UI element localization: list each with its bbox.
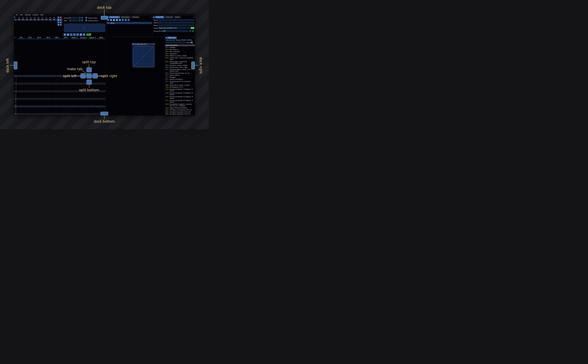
move-instrument-down-button[interactable]: ↓ <box>125 19 127 21</box>
effect-row[interactable]: 0CxxRetrigger <box>165 76 195 78</box>
tuning-decrement-button[interactable]: - <box>190 30 191 32</box>
effect-row[interactable]: 1BxxSet attack of operator 2 (0 to 1F) <box>165 113 195 115</box>
duplicate-order-end-button[interactable]: ⇓ <box>60 21 62 23</box>
menu-item-window[interactable]: window <box>32 14 39 16</box>
octave-decrement-button[interactable]: - <box>79 17 81 19</box>
oscilloscope-titlebar[interactable]: ▼ Oscilloscope (X-Y) × <box>132 43 155 45</box>
effect-row[interactable]: 00xyArpeggio <box>165 46 195 49</box>
oscilloscope-collapse-icon[interactable]: ▼ <box>132 44 134 45</box>
menu-item-file[interactable]: file <box>15 14 19 16</box>
tab-wavetables[interactable]: Wavetables <box>120 16 131 18</box>
order-pattern-value[interactable]: 00 <box>52 19 56 21</box>
order-pattern-value[interactable]: 00 <box>37 19 40 21</box>
pattern-row-17[interactable]: 17··· ·· ·· ······ ·· ·· ······ ·· ·· ··… <box>14 107 106 109</box>
pattern-cell[interactable]: ··· ·· ·· ··· <box>35 115 44 116</box>
order-pattern-value[interactable]: 00 <box>48 19 52 21</box>
orders-selected-row[interactable]: 0000000000000000000000 <box>14 19 62 21</box>
oscilloscope-close-icon[interactable]: × <box>153 43 155 45</box>
tab-song-info[interactable]: Song Info <box>155 16 164 18</box>
dock-bottom-target[interactable] <box>100 112 108 115</box>
step-increment-button[interactable]: + <box>81 20 83 22</box>
effectlist-tab-overflow-button[interactable]: ▼ <box>165 37 167 39</box>
split-right-target[interactable] <box>92 73 98 78</box>
play-from-cursor-button[interactable]: ▷ <box>70 33 73 36</box>
pattern-cell[interactable]: ··· ·· ·· ··· <box>88 115 97 116</box>
name-input[interactable] <box>158 19 194 21</box>
album-input[interactable] <box>158 24 194 26</box>
order-pattern-value[interactable]: 00 <box>40 19 44 21</box>
system-auto-button[interactable]: Auto <box>191 27 194 29</box>
octave-input[interactable]: 3 <box>69 17 79 19</box>
effect-row[interactable]: 12xxSet level of operator 1 (0 highest, … <box>165 88 195 92</box>
order-pattern-value[interactable]: 00 <box>29 19 33 21</box>
order-change-mode-button[interactable]: ⇄ <box>57 24 59 26</box>
pattern-row-3[interactable]: 3··· ·· ·· ······ ·· ·· ······ ·· ·· ···… <box>14 81 106 83</box>
order-edit-mode-button[interactable]: ↖ <box>60 24 62 26</box>
poly-button[interactable]: Poly <box>86 33 91 36</box>
effect-row[interactable]: 07xyTremolo (x: speed; y: depth) <box>165 64 195 66</box>
pattern-cell[interactable]: ··· ·· ·· ··· <box>70 115 79 116</box>
pattern-row-12[interactable]: 12··· ·· ·· ······ ·· ·· ······ ·· ·· ··… <box>14 98 106 100</box>
tab-speed[interactable]: Speed <box>174 16 181 18</box>
pattern-cell[interactable]: ··· ·· ·· ··· <box>79 115 88 116</box>
tab-samples[interactable]: Samples <box>131 16 140 18</box>
order-pattern-value[interactable]: 00 <box>17 19 21 21</box>
effect-row[interactable]: 0BxxJump to pattern <box>165 74 195 76</box>
effect-row[interactable]: 11xxSet feedback (0 to 7) <box>165 86 195 88</box>
effect-row[interactable]: 01xxPitch slide up <box>165 49 195 51</box>
metronome-button[interactable] <box>79 33 82 36</box>
split-bottom-target[interactable] <box>86 80 92 84</box>
tab-effect-list[interactable]: Effect List <box>167 37 177 39</box>
effectlist-close-icon[interactable]: × <box>193 37 195 39</box>
effect-row[interactable]: 02xxPitch slide down <box>165 51 195 53</box>
follow-orders-checkbox[interactable]: ✓ <box>85 17 87 19</box>
repeat-button[interactable]: ↻ <box>83 33 85 36</box>
pattern-row-18[interactable]: 18··· ·· ·· ······ ·· ·· ······ ·· ·· ··… <box>14 109 106 111</box>
oscilloscope-window[interactable]: ▼ Oscilloscope (X-Y) × <box>132 43 155 68</box>
effect-row[interactable]: 0DxxJump to next pattern <box>165 78 195 80</box>
menu-item-edit[interactable]: edit <box>19 14 24 16</box>
octave-increment-button[interactable]: + <box>81 17 83 19</box>
pattern-row-20[interactable]: 20··· ·· ·· ······ ·· ·· ······ ·· ·· ··… <box>14 113 106 115</box>
tuning-input[interactable]: 440 <box>162 30 189 32</box>
effect-row[interactable]: 1AxxSet attack of operator 1 (0 to 1F) <box>165 111 195 113</box>
effect-row[interactable]: 08xySet panning (x: left; y: right) <box>165 66 195 69</box>
play-pattern-button[interactable]: ◉ <box>67 33 69 36</box>
pattern-row-15[interactable]: 15··· ·· ·· ······ ·· ·· ······ ·· ·· ··… <box>14 104 106 105</box>
instruments-close-icon[interactable]: × <box>150 16 152 18</box>
menu-item-settings[interactable]: settings <box>24 14 32 16</box>
effect-row[interactable]: 10xySetup LFO (x: enable; y: speed) <box>165 84 195 86</box>
tuning-increment-button[interactable]: + <box>192 30 194 32</box>
pattern-row-21[interactable]: 21··· ·· ·· ······ ·· ·· ······ ·· ·· ··… <box>14 115 106 116</box>
effect-row[interactable]: 15xxSet level of operator 4 (0 highest, … <box>165 99 195 103</box>
instrument-list-item-none[interactable]: - None - <box>107 22 152 24</box>
record-button[interactable]: ● <box>76 33 79 36</box>
author-input[interactable] <box>158 22 194 24</box>
pattern-cell[interactable]: ··· ·· ·· ··· <box>17 115 26 116</box>
order-pattern-value[interactable]: 00 <box>44 19 48 21</box>
pattern-row-19[interactable]: 19··· ·· ·· ······ ·· ·· ······ ·· ·· ··… <box>14 111 106 113</box>
step-decrement-button[interactable]: - <box>79 20 81 22</box>
step-row-button[interactable]: ↓ <box>73 33 76 36</box>
effect-list-menu-button[interactable]: ≡ <box>191 41 193 43</box>
pattern-row-10[interactable]: 10··· ·· ·· ······ ·· ·· ······ ·· ·· ··… <box>14 94 106 96</box>
pattern-cell[interactable]: ··· ·· ·· ··· <box>44 115 53 116</box>
songinfo-tab-overflow-button[interactable]: ▼ <box>153 16 155 18</box>
effect-row[interactable]: 17xxToggle PCM mode (LEGACY) <box>165 107 195 109</box>
effect-row[interactable]: 14xxSet level of operator 3 (0 highest, … <box>165 96 195 99</box>
pattern-row-16[interactable]: 16··· ·· ·· ······ ·· ·· ······ ·· ·· ··… <box>14 105 106 107</box>
order-pattern-value[interactable]: 00 <box>25 19 29 21</box>
dock-right-target[interactable] <box>191 62 195 69</box>
step-input[interactable]: 1 <box>69 20 79 22</box>
effect-row[interactable]: 16xySet operator multiplier (x: operator… <box>165 103 195 107</box>
follow-pattern-checkbox[interactable]: ✓ <box>85 20 87 21</box>
play-button[interactable]: ▶ <box>64 33 66 36</box>
menu-item-help[interactable]: help <box>39 14 45 16</box>
pattern-row-2[interactable]: 2··· ·· ·· ······ ·· ·· ······ ·· ·· ···… <box>14 79 106 81</box>
pattern-row-9[interactable]: 9··· ·· ·· ······ ·· ·· ······ ·· ·· ···… <box>14 92 106 94</box>
dock-top-target[interactable] <box>101 16 107 20</box>
effect-row[interactable]: 13xxSet level of operator 2 (0 highest, … <box>165 92 195 96</box>
effect-row[interactable]: 09xxSet groove pattern (speed 1 if no gr… <box>165 69 195 72</box>
effect-row[interactable]: 03xxPortamento <box>165 53 195 55</box>
move-order-down-button[interactable]: ∨ <box>57 21 59 23</box>
